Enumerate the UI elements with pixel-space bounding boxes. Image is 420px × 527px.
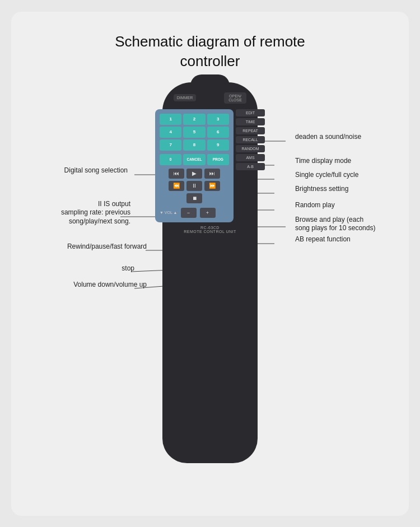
btn-4[interactable]: 4 [160, 127, 181, 138]
btn-recall[interactable]: RECALL [236, 136, 265, 143]
btn-time[interactable]: TIME [236, 118, 265, 125]
btn-ams[interactable]: AMS [236, 154, 265, 161]
btn-rewind[interactable]: ⏪ [169, 181, 184, 191]
btn-prog[interactable]: PROG [207, 154, 229, 165]
main-panel-area: 1 2 3 4 5 6 7 8 9 0 CANCEL PROG [155, 109, 265, 222]
label-ab-repeat: AB repeat function [295, 235, 399, 244]
power-button[interactable]: DIMMER [174, 94, 196, 101]
transport-row-1: ⏮ ▶ ⏭ [160, 169, 229, 179]
btn-7[interactable]: 7 [160, 139, 181, 151]
btn-8[interactable]: 8 [183, 139, 205, 151]
side-func-buttons: EDIT TIME REPEAT RECALL RANDOM AMS A-B [236, 109, 265, 170]
label-rewind-pause: Rewind/pause/fast forward [35, 242, 147, 251]
label-ii-is-output: II IS outputsampling rate: previoussong/… [21, 200, 130, 226]
btn-stop[interactable]: ⏹ [186, 193, 202, 203]
btn-play[interactable]: ▶ [186, 169, 202, 179]
label-browse-play: Browse and play (eachsong plays for 10 s… [295, 216, 399, 233]
btn-5[interactable]: 5 [183, 127, 205, 138]
label-time-display: Time display mode [295, 157, 399, 166]
btn-1[interactable]: 1 [160, 114, 181, 125]
btn-ff[interactable]: ⏩ [204, 181, 220, 191]
remote-top-buttons: DIMMER OPEN/CLOSE [174, 92, 246, 104]
page-title: Schematic diagram of remote controller [115, 32, 305, 71]
btn-2[interactable]: 2 [183, 114, 205, 125]
transport-row-2: ⏪ ⏸ ⏩ [160, 181, 229, 191]
label-brightness: Brightness setting [295, 185, 399, 194]
btn-next[interactable]: ⏭ [204, 169, 220, 179]
btn-pause[interactable]: ⏸ [186, 181, 202, 191]
transport-row-3: ⏹ [160, 193, 229, 203]
label-deaden-noise: deaden a sound/noise [295, 133, 399, 142]
btn-cancel[interactable]: CANCEL [183, 154, 205, 165]
open-close-button[interactable]: OPEN/CLOSE [224, 92, 246, 104]
remote-model-subtitle: REMOTE CONTROL UNIT [184, 230, 236, 234]
btn-edit[interactable]: EDIT [236, 109, 265, 116]
btn-9[interactable]: 9 [207, 139, 229, 151]
remote-model-number: RC-63CD [184, 226, 236, 230]
remote-body: DIMMER OPEN/CLOSE 1 2 3 4 5 6 7 8 [162, 82, 258, 463]
label-volume: Volume down/volume up [35, 281, 147, 290]
label-stop: stop [67, 264, 134, 273]
label-digital-song: Digital song selection [21, 166, 128, 175]
title-line1: Schematic diagram of remote [115, 33, 305, 50]
btn-vol-down[interactable]: − [181, 208, 197, 218]
diagram-area: DIMMER OPEN/CLOSE 1 2 3 4 5 6 7 8 [11, 77, 409, 516]
label-random-play: Random play [295, 201, 399, 210]
remote-top-bump [190, 74, 230, 91]
btn-ab[interactable]: A-B [236, 163, 265, 170]
page-container: Schematic diagram of remote controller [11, 12, 409, 516]
btn-3[interactable]: 3 [207, 114, 229, 125]
btn-vol-up[interactable]: + [200, 208, 216, 218]
btn-0[interactable]: 0 [160, 154, 181, 165]
label-single-cycle: Single cycle/full cycle [295, 171, 399, 180]
volume-row: ▼ VOL ▲ − + [160, 208, 229, 218]
btn-repeat[interactable]: REPEAT [236, 127, 265, 134]
btn-6[interactable]: 6 [207, 127, 229, 138]
remote-panel: 1 2 3 4 5 6 7 8 9 0 CANCEL PROG [155, 109, 234, 222]
btn-prev[interactable]: ⏮ [169, 169, 184, 179]
remote-model-label: RC-63CD REMOTE CONTROL UNIT [184, 226, 236, 234]
btn-random[interactable]: RANDOM [236, 145, 265, 152]
title-line2: controller [180, 53, 240, 69]
number-grid: 1 2 3 4 5 6 7 8 9 [160, 114, 229, 151]
bottom-num-row: 0 CANCEL PROG [160, 154, 229, 165]
vol-label: ▼ VOL ▲ [160, 211, 178, 214]
